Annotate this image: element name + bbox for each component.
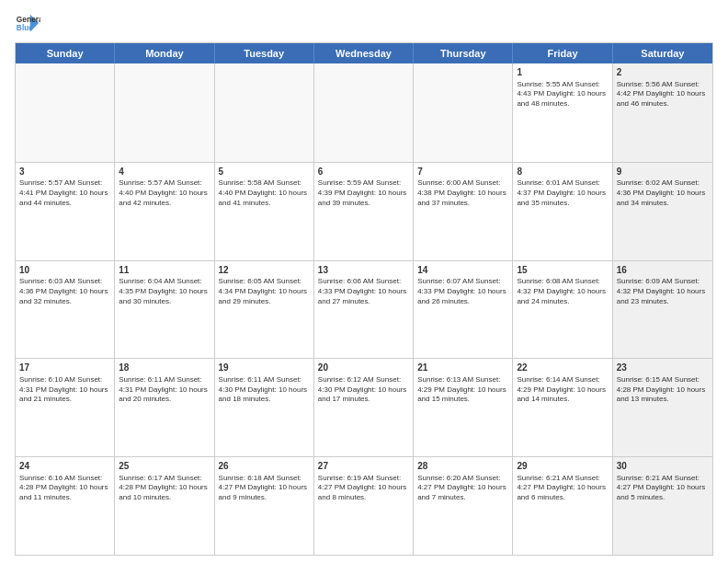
day-cell-9: 9Sunrise: 6:02 AM Sunset: 4:36 PM Daylig… [613, 163, 712, 260]
day-number: 13 [318, 264, 409, 277]
day-info: Sunrise: 5:59 AM Sunset: 4:39 PM Dayligh… [318, 178, 409, 208]
empty-cell [16, 63, 115, 162]
day-number: 3 [19, 166, 110, 178]
day-number: 27 [318, 460, 409, 473]
day-number: 21 [417, 362, 508, 374]
day-cell-24: 24Sunrise: 6:16 AM Sunset: 4:28 PM Dayli… [16, 457, 115, 555]
logo-icon: General Blue [15, 11, 40, 37]
header-day-monday: Monday [115, 43, 214, 63]
day-info: Sunrise: 6:03 AM Sunset: 4:36 PM Dayligh… [19, 277, 110, 306]
day-number: 18 [119, 362, 210, 374]
day-cell-28: 28Sunrise: 6:20 AM Sunset: 4:27 PM Dayli… [414, 457, 513, 555]
day-info: Sunrise: 6:04 AM Sunset: 4:35 PM Dayligh… [119, 277, 210, 306]
day-number: 29 [517, 460, 608, 473]
day-cell-7: 7Sunrise: 6:00 AM Sunset: 4:38 PM Daylig… [414, 163, 513, 260]
day-info: Sunrise: 5:57 AM Sunset: 4:41 PM Dayligh… [19, 178, 110, 208]
day-info: Sunrise: 6:11 AM Sunset: 4:31 PM Dayligh… [119, 375, 210, 405]
empty-cell [215, 63, 314, 162]
day-cell-13: 13Sunrise: 6:06 AM Sunset: 4:33 PM Dayli… [314, 261, 414, 359]
day-info: Sunrise: 6:18 AM Sunset: 4:27 PM Dayligh… [219, 474, 310, 503]
day-number: 25 [119, 460, 210, 473]
day-cell-4: 4Sunrise: 5:57 AM Sunset: 4:40 PM Daylig… [115, 163, 214, 260]
day-info: Sunrise: 6:16 AM Sunset: 4:28 PM Dayligh… [19, 474, 110, 503]
day-info: Sunrise: 6:14 AM Sunset: 4:29 PM Dayligh… [517, 375, 608, 405]
day-cell-25: 25Sunrise: 6:17 AM Sunset: 4:28 PM Dayli… [115, 457, 214, 555]
day-number: 28 [417, 460, 508, 473]
day-number: 16 [617, 264, 709, 277]
svg-text:Blue: Blue [17, 23, 33, 32]
calendar-header: SundayMondayTuesdayWednesdayThursdayFrid… [16, 43, 712, 63]
day-info: Sunrise: 6:02 AM Sunset: 4:36 PM Dayligh… [617, 178, 709, 208]
day-info: Sunrise: 5:56 AM Sunset: 4:42 PM Dayligh… [617, 80, 709, 109]
calendar-row-1: 1Sunrise: 5:55 AM Sunset: 4:43 PM Daylig… [16, 63, 712, 162]
day-info: Sunrise: 5:58 AM Sunset: 4:40 PM Dayligh… [219, 178, 310, 208]
page: General Blue SundayMondayTuesdayWednesda… [0, 0, 728, 563]
day-info: Sunrise: 6:21 AM Sunset: 4:27 PM Dayligh… [517, 474, 608, 503]
day-cell-23: 23Sunrise: 6:15 AM Sunset: 4:28 PM Dayli… [613, 359, 712, 456]
day-info: Sunrise: 6:21 AM Sunset: 4:27 PM Dayligh… [617, 474, 709, 503]
day-cell-5: 5Sunrise: 5:58 AM Sunset: 4:40 PM Daylig… [215, 163, 314, 260]
day-info: Sunrise: 5:57 AM Sunset: 4:40 PM Dayligh… [119, 178, 210, 208]
day-number: 26 [219, 460, 310, 473]
day-cell-15: 15Sunrise: 6:08 AM Sunset: 4:32 PM Dayli… [513, 261, 612, 359]
day-info: Sunrise: 6:12 AM Sunset: 4:30 PM Dayligh… [318, 375, 409, 405]
calendar: SundayMondayTuesdayWednesdayThursdayFrid… [15, 42, 713, 556]
day-info: Sunrise: 6:09 AM Sunset: 4:32 PM Dayligh… [617, 277, 709, 306]
day-cell-21: 21Sunrise: 6:13 AM Sunset: 4:29 PM Dayli… [414, 359, 513, 456]
header-day-friday: Friday [513, 43, 612, 63]
day-cell-1: 1Sunrise: 5:55 AM Sunset: 4:43 PM Daylig… [513, 63, 612, 162]
day-info: Sunrise: 6:05 AM Sunset: 4:34 PM Dayligh… [219, 277, 310, 306]
day-info: Sunrise: 6:19 AM Sunset: 4:27 PM Dayligh… [318, 474, 409, 503]
calendar-row-5: 24Sunrise: 6:16 AM Sunset: 4:28 PM Dayli… [16, 456, 712, 555]
day-cell-3: 3Sunrise: 5:57 AM Sunset: 4:41 PM Daylig… [16, 163, 115, 260]
day-cell-22: 22Sunrise: 6:14 AM Sunset: 4:29 PM Dayli… [513, 359, 612, 456]
empty-cell [314, 63, 414, 162]
day-info: Sunrise: 6:06 AM Sunset: 4:33 PM Dayligh… [318, 277, 409, 306]
day-number: 17 [19, 362, 110, 374]
calendar-row-2: 3Sunrise: 5:57 AM Sunset: 4:41 PM Daylig… [16, 162, 712, 260]
header: General Blue [15, 11, 713, 37]
day-info: Sunrise: 6:07 AM Sunset: 4:33 PM Dayligh… [417, 277, 508, 306]
logo: General Blue [15, 11, 40, 37]
day-cell-6: 6Sunrise: 5:59 AM Sunset: 4:39 PM Daylig… [314, 163, 414, 260]
empty-cell [414, 63, 513, 162]
calendar-row-3: 10Sunrise: 6:03 AM Sunset: 4:36 PM Dayli… [16, 260, 712, 359]
header-day-tuesday: Tuesday [215, 43, 314, 63]
header-day-wednesday: Wednesday [314, 43, 414, 63]
day-cell-30: 30Sunrise: 6:21 AM Sunset: 4:27 PM Dayli… [613, 457, 712, 555]
day-number: 5 [219, 166, 310, 178]
day-cell-26: 26Sunrise: 6:18 AM Sunset: 4:27 PM Dayli… [215, 457, 314, 555]
day-info: Sunrise: 6:10 AM Sunset: 4:31 PM Dayligh… [19, 375, 110, 405]
calendar-body: 1Sunrise: 5:55 AM Sunset: 4:43 PM Daylig… [16, 63, 712, 555]
day-cell-8: 8Sunrise: 6:01 AM Sunset: 4:37 PM Daylig… [513, 163, 612, 260]
day-number: 1 [517, 66, 608, 79]
day-cell-29: 29Sunrise: 6:21 AM Sunset: 4:27 PM Dayli… [513, 457, 612, 555]
day-info: Sunrise: 6:08 AM Sunset: 4:32 PM Dayligh… [517, 277, 608, 306]
day-number: 30 [617, 460, 709, 473]
day-info: Sunrise: 6:13 AM Sunset: 4:29 PM Dayligh… [417, 375, 508, 405]
day-info: Sunrise: 6:11 AM Sunset: 4:30 PM Dayligh… [219, 375, 310, 405]
day-number: 20 [318, 362, 409, 374]
day-number: 8 [517, 166, 608, 178]
day-number: 7 [417, 166, 508, 178]
day-number: 12 [219, 264, 310, 277]
header-day-thursday: Thursday [414, 43, 513, 63]
day-cell-19: 19Sunrise: 6:11 AM Sunset: 4:30 PM Dayli… [215, 359, 314, 456]
day-number: 11 [119, 264, 210, 277]
day-cell-10: 10Sunrise: 6:03 AM Sunset: 4:36 PM Dayli… [16, 261, 115, 359]
day-number: 23 [617, 362, 709, 374]
day-info: Sunrise: 6:01 AM Sunset: 4:37 PM Dayligh… [517, 178, 608, 208]
day-number: 4 [119, 166, 210, 178]
calendar-row-4: 17Sunrise: 6:10 AM Sunset: 4:31 PM Dayli… [16, 358, 712, 456]
day-cell-16: 16Sunrise: 6:09 AM Sunset: 4:32 PM Dayli… [613, 261, 712, 359]
day-info: Sunrise: 6:17 AM Sunset: 4:28 PM Dayligh… [119, 474, 210, 503]
day-cell-20: 20Sunrise: 6:12 AM Sunset: 4:30 PM Dayli… [314, 359, 414, 456]
day-cell-27: 27Sunrise: 6:19 AM Sunset: 4:27 PM Dayli… [314, 457, 414, 555]
header-day-saturday: Saturday [613, 43, 712, 63]
day-info: Sunrise: 6:00 AM Sunset: 4:38 PM Dayligh… [417, 178, 508, 208]
day-number: 15 [517, 264, 608, 277]
day-info: Sunrise: 6:15 AM Sunset: 4:28 PM Dayligh… [617, 375, 709, 405]
day-number: 24 [19, 460, 110, 473]
day-number: 9 [617, 166, 709, 178]
day-number: 22 [517, 362, 608, 374]
